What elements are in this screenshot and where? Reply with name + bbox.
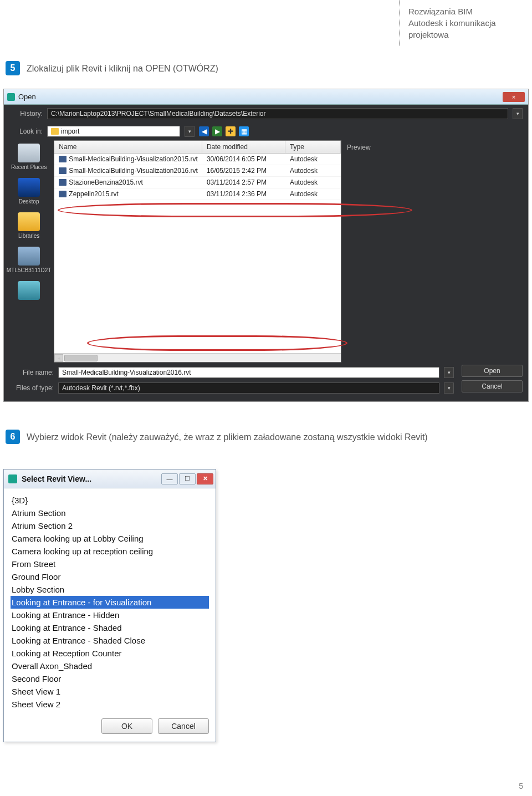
view-list-item[interactable]: Looking at Entrance - Shaded bbox=[11, 621, 209, 634]
scroll-left-icon[interactable]: ◂ bbox=[54, 354, 63, 362]
view-list-item[interactable]: Sheet View 1 bbox=[11, 685, 209, 698]
place-ftp[interactable] bbox=[18, 281, 40, 302]
computer-icon bbox=[18, 247, 40, 266]
view-list-item[interactable]: Lobby Section bbox=[11, 583, 209, 596]
view-grid-icon[interactable]: ▦ bbox=[239, 126, 249, 136]
page-header: Rozwiązania BIM Autodesk i komunikacja p… bbox=[399, 0, 532, 46]
step-6: 6 Wybierz widok Revit (należy zauważyć, … bbox=[6, 430, 515, 444]
filename-dropdown-icon[interactable]: ▾ bbox=[444, 367, 454, 378]
ftp-icon bbox=[18, 281, 40, 300]
col-date[interactable]: Date modified bbox=[202, 141, 285, 153]
app-logo-icon bbox=[7, 93, 15, 101]
libraries-icon bbox=[18, 212, 40, 231]
step-6-number: 6 bbox=[6, 430, 20, 444]
page-number: 5 bbox=[519, 782, 523, 790]
file-row[interactable]: Zeppelin2015.rvt03/11/2014 2:36 PMAutode… bbox=[54, 188, 341, 200]
place-desktop[interactable]: Desktop bbox=[18, 178, 40, 205]
open-button[interactable]: Open bbox=[462, 365, 523, 377]
lookin-field[interactable]: import bbox=[47, 126, 180, 137]
place-computer[interactable]: MTL5CB3111D2T bbox=[7, 247, 52, 273]
lookin-dropdown-icon[interactable]: ▾ bbox=[185, 126, 195, 137]
file-type: Autodesk bbox=[285, 188, 341, 200]
close-button[interactable]: ✕ bbox=[197, 473, 213, 484]
rvt-file-icon bbox=[59, 191, 66, 197]
up-icon[interactable]: ▶ bbox=[212, 126, 222, 136]
scroll-thumb[interactable] bbox=[64, 355, 98, 361]
rvt-file-icon bbox=[59, 179, 66, 186]
view-list-item[interactable]: Looking at Entrance - for Visualization bbox=[11, 596, 209, 609]
history-label: History: bbox=[9, 110, 43, 118]
recent-places-icon bbox=[18, 144, 40, 162]
preview-pane: Preview bbox=[341, 140, 523, 363]
view-list-item[interactable]: Looking at Entrance - Hidden bbox=[11, 609, 209, 621]
lookin-label: Look in: bbox=[9, 127, 43, 135]
step-6-text: Wybierz widok Revit (należy zauważyć, że… bbox=[27, 430, 428, 444]
place-desktop-label: Desktop bbox=[19, 198, 39, 205]
horizontal-scrollbar[interactable]: ◂ bbox=[54, 353, 341, 362]
srv-title: Select Revit View... bbox=[22, 474, 91, 483]
place-libraries-label: Libraries bbox=[18, 233, 39, 239]
minimize-button[interactable]: — bbox=[161, 473, 178, 484]
view-list-item[interactable]: From Street bbox=[11, 558, 209, 570]
srv-titlebar: Select Revit View... — ☐ ✕ bbox=[4, 470, 216, 488]
lookin-row: Look in: import ▾ ◀ ▶ ✚ ▦ bbox=[4, 123, 528, 140]
file-row[interactable]: Small-MedicalBuilding-Visualization2016.… bbox=[54, 165, 341, 177]
view-list-item[interactable]: Camera looking up at reception ceiling bbox=[11, 545, 209, 558]
file-row[interactable]: StazioneBenzina2015.rvt03/11/2014 2:57 P… bbox=[54, 177, 341, 188]
filename-field[interactable]: Small-MedicalBuilding-Visualization2016.… bbox=[58, 367, 439, 378]
file-type: Autodesk bbox=[285, 154, 341, 165]
filetype-field[interactable]: Autodesk Revit (*.rvt,*.fbx) bbox=[58, 382, 439, 394]
history-dropdown-icon[interactable]: ▾ bbox=[513, 108, 523, 119]
view-list-item[interactable]: Overall Axon_Shaded bbox=[11, 660, 209, 672]
view-list-item[interactable]: Looking at Entrance - Shaded Close bbox=[11, 634, 209, 647]
file-date: 30/06/2014 6:05 PM bbox=[202, 154, 285, 165]
file-name: Small-MedicalBuilding-Visualization2016.… bbox=[69, 167, 198, 175]
rvt-file-icon bbox=[59, 167, 66, 174]
filetype-label: Files of type: bbox=[9, 384, 54, 392]
close-button[interactable]: × bbox=[503, 92, 525, 102]
rvt-file-icon bbox=[59, 156, 66, 162]
view-list-item[interactable]: Second Floor bbox=[11, 672, 209, 685]
header-line2: Autodesk i komunikacja bbox=[408, 17, 530, 29]
toolbar-icons: ◀ ▶ ✚ ▦ bbox=[199, 126, 249, 136]
header-line1: Rozwiązania BIM bbox=[408, 6, 530, 17]
col-name[interactable]: Name bbox=[54, 141, 202, 153]
maximize-button[interactable]: ☐ bbox=[179, 473, 196, 484]
file-date: 03/11/2014 2:57 PM bbox=[202, 177, 285, 188]
view-list-item[interactable]: Looking at Reception Counter bbox=[11, 647, 209, 660]
places-bar: Recent Places Desktop Libraries MTL5CB31… bbox=[4, 140, 54, 363]
open-titlebar: Open × bbox=[4, 89, 528, 105]
ok-button[interactable]: OK bbox=[101, 718, 152, 734]
new-folder-icon[interactable]: ✚ bbox=[226, 126, 236, 136]
desktop-icon bbox=[18, 178, 40, 197]
filetype-dropdown-icon[interactable]: ▾ bbox=[444, 382, 454, 394]
file-name: Small-MedicalBuilding-Visualization2015.… bbox=[69, 155, 198, 163]
history-field[interactable]: C:\MarionLaptop2013\PROJECT\SmallMedical… bbox=[47, 108, 508, 119]
select-revit-view-dialog: Select Revit View... — ☐ ✕ {3D}Atrium Se… bbox=[3, 469, 216, 742]
folder-icon bbox=[51, 128, 59, 135]
step-5-text: Zlokalizuj plik Revit i kliknij na OPEN … bbox=[27, 61, 218, 75]
lookin-value: import bbox=[61, 127, 79, 135]
view-list-item[interactable]: Atrium Section bbox=[11, 507, 209, 519]
file-date: 03/11/2014 2:36 PM bbox=[202, 188, 285, 200]
view-list: {3D}Atrium SectionAtrium Section 2Camera… bbox=[4, 488, 216, 713]
view-list-item[interactable]: {3D} bbox=[11, 494, 209, 507]
step-5-number: 5 bbox=[6, 61, 20, 75]
place-recent[interactable]: Recent Places bbox=[11, 144, 47, 170]
view-list-item[interactable]: Sheet View 2 bbox=[11, 698, 209, 711]
back-icon[interactable]: ◀ bbox=[199, 126, 209, 136]
cancel-button[interactable]: Cancel bbox=[158, 718, 209, 734]
view-list-item[interactable]: Atrium Section 2 bbox=[11, 519, 209, 532]
open-file-dialog: Open × History: C:\MarionLaptop2013\PROJ… bbox=[3, 89, 529, 402]
place-libraries[interactable]: Libraries bbox=[18, 212, 40, 239]
view-list-item[interactable]: Camera looking up at Lobby Ceiling bbox=[11, 532, 209, 545]
filename-label: File name: bbox=[9, 369, 54, 376]
file-list-header: Name Date modified Type bbox=[54, 141, 341, 154]
header-line3: projektowa bbox=[408, 29, 530, 40]
col-type[interactable]: Type bbox=[285, 141, 341, 153]
file-row[interactable]: Small-MedicalBuilding-Visualization2015.… bbox=[54, 154, 341, 165]
cancel-button[interactable]: Cancel bbox=[462, 380, 523, 392]
srv-app-icon bbox=[8, 474, 17, 483]
view-list-item[interactable]: Ground Floor bbox=[11, 570, 209, 583]
file-list: Name Date modified Type Small-MedicalBui… bbox=[54, 140, 341, 363]
